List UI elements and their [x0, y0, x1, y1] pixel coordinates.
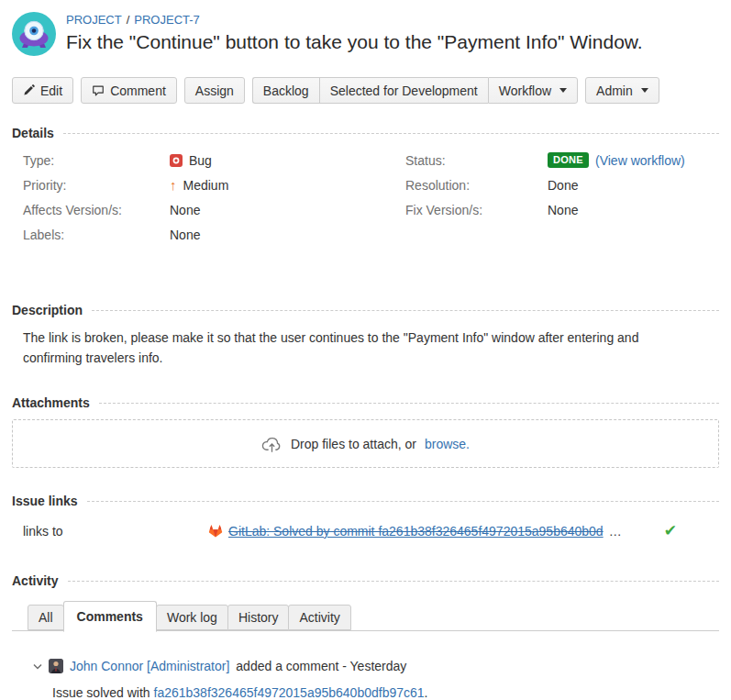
browse-link[interactable]: browse. [425, 437, 470, 451]
priority-label: Priority: [23, 178, 170, 193]
gitlab-icon [208, 524, 223, 538]
type-value: Bug [170, 153, 212, 168]
description-section: Description The link is broken, please m… [12, 303, 719, 368]
comment-meta: added a comment - Yesterday [236, 659, 406, 673]
view-workflow-link[interactable]: (View workflow) [595, 153, 685, 168]
tab-comments[interactable]: Comments [63, 601, 157, 632]
issue-links-heading: Issue links [12, 494, 719, 508]
details-heading: Details [12, 126, 719, 140]
comment-body: Issue solved with fa261b38f326465f497201… [12, 685, 719, 700]
chevron-down-icon [559, 88, 567, 93]
commit-hash-link[interactable]: fa261b38f326465f4972015a95b640b0dfb97c61 [154, 685, 425, 700]
issue-link-row: links to GitLab: Solved by commit fa261b… [12, 523, 719, 539]
activity-tabs: All Comments Work log History Activity [12, 601, 719, 631]
type-value-text: Bug [189, 153, 212, 168]
breadcrumb-project-link[interactable]: PROJECT [66, 13, 122, 27]
fix-versions-field: Fix Version/s: None [394, 202, 719, 217]
labels-field: Labels: None [12, 227, 394, 242]
workflow-button-group: Backlog Selected for Development Workflo… [252, 77, 578, 104]
heading-rule [92, 310, 719, 311]
edit-button-label: Edit [40, 83, 62, 98]
issue-links-section: Issue links links to GitLab: Solved by c… [12, 494, 719, 539]
affects-versions-label: Affects Version/s: [23, 203, 170, 217]
toolbar: Edit Comment Assign Backlog Selected for… [12, 77, 719, 104]
issue-header: PROJECT / PROJECT-7 Fix the "Continue" b… [12, 12, 719, 56]
status-field: Status: DONE (View workflow) [394, 152, 719, 168]
fix-versions-label: Fix Version/s: [405, 203, 548, 217]
labels-label: Labels: [23, 228, 170, 242]
comment-button-label: Comment [110, 83, 166, 98]
header-text: PROJECT / PROJECT-7 Fix the "Continue" b… [66, 12, 643, 53]
comment-author-link[interactable]: John Connor [Administrator] [70, 659, 229, 673]
priority-medium-icon: ↑ [170, 178, 177, 192]
affects-versions-field: Affects Version/s: None [12, 202, 394, 217]
dropzone-text: Drop files to attach, or [291, 437, 416, 451]
details-heading-label: Details [12, 126, 54, 140]
breadcrumb-separator: / [127, 13, 130, 27]
link-ellipsis: … [609, 524, 622, 539]
link-relation-label: links to [23, 524, 208, 539]
description-heading-label: Description [12, 303, 83, 317]
comment-bubble-icon [92, 84, 105, 97]
status-badge: DONE [548, 152, 589, 167]
heading-rule [63, 133, 719, 134]
breadcrumb: PROJECT / PROJECT-7 [66, 13, 643, 27]
fix-versions-value: None [548, 203, 578, 217]
page-title: Fix the "Continue" button to take you to… [66, 31, 643, 53]
tab-history[interactable]: History [227, 605, 290, 630]
issue-links-heading-label: Issue links [12, 494, 78, 508]
heading-rule [87, 501, 719, 502]
details-section: Details Type: Bug Priority: ↑ Medium [12, 126, 719, 251]
attachments-dropzone[interactable]: Drop files to attach, or browse. [12, 419, 719, 468]
affects-versions-value: None [170, 203, 200, 217]
assign-button-label: Assign [195, 83, 234, 98]
cloud-upload-icon [261, 435, 282, 453]
bug-icon [170, 154, 183, 167]
resolution-field: Resolution: Done [394, 177, 719, 193]
heading-rule [68, 581, 719, 582]
workflow-dropdown-button[interactable]: Workflow [488, 77, 578, 104]
tab-activity[interactable]: Activity [288, 605, 350, 630]
gitlab-commit-link[interactable]: GitLab: Solved by commit fa261b38f326465… [228, 524, 604, 539]
selected-for-development-label: Selected for Development [330, 83, 478, 98]
attachments-heading-label: Attachments [12, 395, 90, 410]
priority-field: Priority: ↑ Medium [12, 177, 394, 193]
status-label: Status: [405, 153, 548, 168]
tab-all[interactable]: All [28, 605, 64, 630]
edit-button[interactable]: Edit [12, 77, 73, 104]
backlog-button-label: Backlog [263, 83, 309, 98]
issue-page: PROJECT / PROJECT-7 Fix the "Continue" b… [0, 0, 731, 700]
project-avatar-icon [12, 12, 56, 56]
collapse-chevron-icon[interactable] [33, 663, 42, 670]
user-avatar [49, 659, 63, 673]
selected-for-development-button[interactable]: Selected for Development [319, 77, 488, 104]
type-label: Type: [23, 153, 170, 168]
status-value: DONE (View workflow) [548, 152, 685, 167]
chevron-down-icon [641, 88, 648, 93]
activity-heading-label: Activity [12, 573, 59, 588]
attachments-heading: Attachments [12, 395, 719, 410]
resolution-value: Done [548, 178, 578, 193]
admin-dropdown-button[interactable]: Admin [585, 77, 659, 104]
description-text: The link is broken, please make it so th… [12, 328, 719, 368]
assign-button[interactable]: Assign [184, 77, 245, 104]
resolved-check-icon: ✔ [664, 523, 677, 539]
priority-value-text: Medium [183, 178, 229, 193]
comment-text-prefix: Issue solved with [52, 685, 154, 700]
description-heading: Description [12, 303, 719, 317]
backlog-button[interactable]: Backlog [252, 77, 319, 104]
labels-value: None [170, 228, 200, 242]
attachments-section: Attachments Drop files to attach, or bro… [12, 395, 719, 468]
heading-rule [99, 403, 719, 404]
workflow-dropdown-label: Workflow [499, 83, 551, 98]
gitlab-link-wrap: GitLab: Solved by commit fa261b38f326465… [208, 524, 622, 539]
tab-work-log[interactable]: Work log [156, 605, 228, 630]
admin-dropdown-label: Admin [596, 83, 633, 98]
details-body: Type: Bug Priority: ↑ Medium Affects Ver… [12, 152, 719, 251]
priority-value: ↑ Medium [170, 178, 228, 193]
type-field: Type: Bug [12, 152, 394, 168]
comment-button[interactable]: Comment [81, 77, 177, 104]
breadcrumb-issue-link[interactable]: PROJECT-7 [134, 13, 200, 27]
activity-heading: Activity [12, 573, 719, 588]
comment-header: John Connor [Administrator] added a comm… [12, 659, 719, 673]
